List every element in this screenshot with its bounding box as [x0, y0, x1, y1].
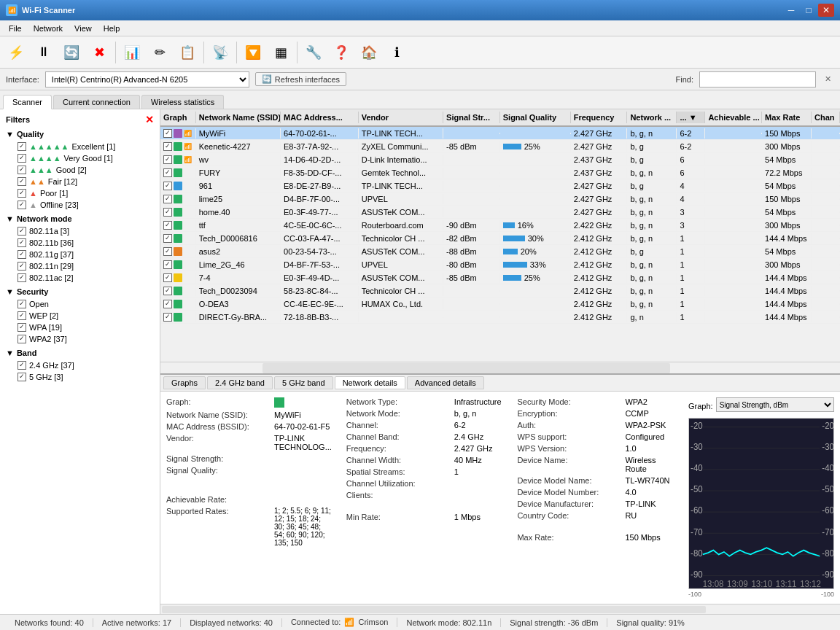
checkbox-80211ac[interactable]: [18, 273, 26, 282]
checkbox-80211g[interactable]: [18, 250, 26, 259]
table-row[interactable]: Tech_D0023094 58-23-8C-84-... Technicolo…: [160, 284, 840, 298]
table-row[interactable]: 📶 wv 14-D6-4D-2D-... D-Link Internatio..…: [160, 153, 840, 166]
row-checkbox[interactable]: [163, 142, 172, 151]
table-row[interactable]: ttf 4C-5E-0C-6C-... Routerboard.com -90 …: [160, 219, 840, 232]
col-freq[interactable]: Frequency: [571, 112, 628, 123]
graph-type-select[interactable]: Signal Strength, dBm: [716, 397, 834, 412]
col-signal-q[interactable]: Signal Quality: [500, 112, 571, 123]
table-row[interactable]: asus2 00-23-54-73-... ASUSTeK COM... -88…: [160, 245, 840, 258]
start-button[interactable]: ⚡: [3, 39, 29, 66]
row-checkbox[interactable]: [163, 195, 172, 203]
minimize-button[interactable]: ─: [783, 4, 799, 17]
close-button[interactable]: ✕: [818, 4, 834, 17]
row-checkbox[interactable]: [163, 273, 172, 282]
pause-button[interactable]: ⏸: [31, 39, 57, 66]
filter-good[interactable]: ▲▲▲ Good [2]: [3, 164, 157, 176]
checkbox-open[interactable]: [18, 300, 26, 308]
filter-wep[interactable]: WEP [2]: [3, 310, 157, 322]
hscroll-thumb[interactable]: [262, 363, 670, 373]
menu-help[interactable]: Help: [98, 23, 126, 34]
col-network[interactable]: Network ...: [627, 112, 677, 123]
col-achievable[interactable]: Achievable ...: [705, 112, 762, 123]
help-button[interactable]: ❓: [328, 39, 354, 66]
table-row[interactable]: 961 E8-DE-27-B9-... TP-LINK TECH... 2.42…: [160, 179, 840, 192]
refresh-interfaces-button[interactable]: 🔄 Refresh interfaces: [255, 72, 346, 86]
filter-quality-header[interactable]: ▼ Quality: [3, 128, 157, 141]
filter-wpa2[interactable]: WPA2 [37]: [3, 333, 157, 345]
col-ssid[interactable]: Network Name (SSID): [196, 112, 281, 123]
table-row[interactable]: lime25 D4-BF-7F-00-... UPVEL 2.427 GHz b…: [160, 192, 840, 206]
checkbox-wpa2[interactable]: [18, 335, 26, 343]
filter-5ghz[interactable]: 5 GHz [3]: [3, 371, 157, 383]
filter-80211n[interactable]: 802.11n [29]: [3, 260, 157, 272]
row-checkbox[interactable]: [163, 234, 172, 243]
interface-select[interactable]: Intel(R) Centrino(R) Advanced-N 6205: [45, 71, 249, 88]
table-row[interactable]: Tech_D0006816 CC-03-FA-47-... Technicolo…: [160, 232, 840, 245]
tab-current-connection[interactable]: Current connection: [53, 95, 140, 109]
filter-24ghz[interactable]: 2.4 GHz [37]: [3, 359, 157, 371]
checkbox-80211b[interactable]: [18, 238, 26, 247]
tab-scanner[interactable]: Scanner: [3, 95, 52, 109]
filter-very-good[interactable]: ▲▲▲▲ Very Good [1]: [3, 152, 157, 164]
filter-excellent[interactable]: ▲▲▲▲▲ Excellent [1]: [3, 141, 157, 152]
table-hscrollbar[interactable]: [160, 362, 840, 373]
detail-tab-advanced[interactable]: Advanced details: [407, 376, 484, 389]
edit-button[interactable]: ✏: [147, 39, 173, 66]
row-checkbox[interactable]: [163, 287, 172, 295]
stop-button[interactable]: ✖: [86, 39, 112, 66]
clipboard-button[interactable]: 📋: [174, 39, 201, 66]
col-mac[interactable]: MAC Address...: [281, 112, 359, 123]
checkbox-80211a[interactable]: [18, 227, 26, 236]
home-button[interactable]: 🏠: [356, 39, 382, 66]
col-max-rate[interactable]: Max Rate: [762, 112, 812, 123]
checkbox-good[interactable]: [18, 166, 26, 174]
filter-security-header[interactable]: ▼ Security: [3, 285, 157, 298]
filter-close-button[interactable]: ✕: [145, 114, 154, 125]
info-button[interactable]: ℹ: [384, 39, 410, 66]
table-row[interactable]: DIRECT-Gy-BRA... 72-18-8B-B3-... 2.412 G…: [160, 311, 840, 324]
checkbox-wpa[interactable]: [18, 323, 26, 332]
detail-tab-graphs[interactable]: Graphs: [163, 376, 206, 389]
row-checkbox[interactable]: [163, 260, 172, 269]
table-row[interactable]: 📶 Keenetic-4227 E8-37-7A-92-... ZyXEL Co…: [160, 140, 840, 153]
refresh-button[interactable]: 🔄: [58, 39, 85, 66]
menu-view[interactable]: View: [69, 23, 98, 34]
filter-80211ac[interactable]: 802.11ac [2]: [3, 272, 157, 284]
row-checkbox[interactable]: [163, 129, 172, 138]
maximize-button[interactable]: □: [801, 4, 817, 17]
col-sort[interactable]: ... ▼: [677, 112, 705, 123]
row-checkbox[interactable]: [163, 168, 172, 177]
col-chan[interactable]: Chan: [812, 112, 840, 123]
detail-tab-24ghz[interactable]: 2.4 GHz band: [207, 376, 273, 389]
checkbox-24ghz[interactable]: [18, 361, 26, 370]
filter-open[interactable]: Open: [3, 298, 157, 310]
tools-button[interactable]: 🔧: [300, 39, 327, 66]
filter-80211g[interactable]: 802.11g [37]: [3, 249, 157, 260]
col-signal-str[interactable]: Signal Str...: [443, 112, 500, 123]
checkbox-fair[interactable]: [18, 177, 26, 186]
row-checkbox[interactable]: [163, 208, 172, 217]
row-checkbox[interactable]: [163, 221, 172, 230]
table-row[interactable]: home.40 E0-3F-49-77-... ASUSTeK COM... 2…: [160, 206, 840, 219]
menu-file[interactable]: File: [3, 23, 28, 34]
filter-fair[interactable]: ▲▲ Fair [12]: [3, 176, 157, 187]
row-checkbox[interactable]: [163, 247, 172, 256]
grid-button[interactable]: ▦: [268, 39, 294, 66]
detail-hscrollbar[interactable]: [160, 604, 840, 614]
table-row[interactable]: 7-4 E0-3F-49-4D-... ASUSTeK COM... -85 d…: [160, 271, 840, 284]
detail-scroll-thumb[interactable]: [162, 606, 706, 613]
checkbox-offline[interactable]: [18, 201, 26, 209]
checkbox-80211n[interactable]: [18, 262, 26, 271]
table-row[interactable]: FURY F8-35-DD-CF-... Gemtek Technol... 2…: [160, 166, 840, 179]
filter-wpa[interactable]: WPA [19]: [3, 322, 157, 333]
table-row[interactable]: O-DEA3 CC-4E-EC-9E-... HUMAX Co., Ltd. 2…: [160, 298, 840, 311]
row-checkbox[interactable]: [163, 313, 172, 322]
filter-button[interactable]: 🔽: [240, 39, 266, 66]
checkbox-wep[interactable]: [18, 311, 26, 320]
filter-offline[interactable]: ▲ Offline [23]: [3, 199, 157, 211]
stats-button[interactable]: 📊: [119, 39, 145, 66]
rss-button[interactable]: 📡: [207, 39, 233, 66]
tab-wireless-statistics[interactable]: Wireless statistics: [141, 95, 224, 109]
find-input[interactable]: [699, 71, 816, 88]
row-checkbox[interactable]: [163, 182, 172, 190]
